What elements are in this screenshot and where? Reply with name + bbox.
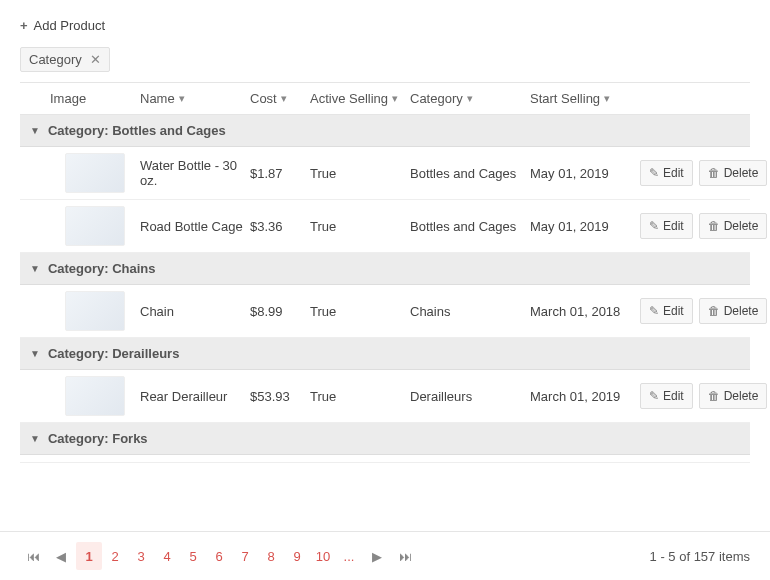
cell-active: True (310, 389, 410, 404)
pager-page[interactable]: 8 (258, 542, 284, 570)
product-image-cell (50, 376, 140, 416)
col-active[interactable]: Active Selling▾ (310, 91, 410, 106)
close-icon[interactable]: ✕ (90, 52, 101, 67)
delete-button[interactable]: 🗑Delete (699, 383, 768, 409)
cell-start: March 01, 2018 (530, 304, 640, 319)
toolbar: + Add Product (20, 10, 750, 41)
pager-next-icon[interactable]: ▶ (364, 542, 390, 570)
pager-page[interactable]: 10 (310, 542, 336, 570)
group-header-label: Category: Derailleurs (48, 346, 180, 361)
group-header-label: Category: Forks (48, 431, 148, 446)
cell-category: Derailleurs (410, 389, 530, 404)
pager-prev-icon[interactable]: ◀ (48, 542, 74, 570)
data-grid: Image Name▾ Cost▾ Active Selling▾ Catego… (20, 82, 750, 463)
filter-icon[interactable]: ▾ (392, 92, 398, 105)
edit-button[interactable]: ✎Edit (640, 383, 693, 409)
pager-page[interactable]: 5 (180, 542, 206, 570)
product-image-cell (50, 153, 140, 193)
product-image (65, 291, 125, 331)
pager-page[interactable]: 4 (154, 542, 180, 570)
product-image-cell (50, 291, 140, 331)
cell-category: Bottles and Cages (410, 166, 530, 181)
cell-name: Rear Derailleur (140, 389, 250, 404)
filter-icon[interactable]: ▾ (467, 92, 473, 105)
row-actions: ✎Edit🗑Delete (640, 298, 770, 324)
group-header[interactable]: ▼Category: Chains (20, 253, 750, 285)
group-header[interactable]: ▼Category: Bottles and Cages (20, 115, 750, 147)
row-actions: ✎Edit🗑Delete (640, 383, 770, 409)
edit-button[interactable]: ✎Edit (640, 213, 693, 239)
pencil-icon: ✎ (649, 166, 659, 180)
pager-status: 1 - 5 of 157 items (650, 549, 750, 564)
group-header-label: Category: Bottles and Cages (48, 123, 226, 138)
trash-icon: 🗑 (708, 219, 720, 233)
filter-icon[interactable]: ▾ (281, 92, 287, 105)
cell-name: Chain (140, 304, 250, 319)
delete-button[interactable]: 🗑Delete (699, 213, 768, 239)
row-actions: ✎Edit🗑Delete (640, 160, 770, 186)
plus-icon: + (20, 18, 28, 33)
group-chips: Category ✕ (20, 41, 750, 82)
pager-page[interactable]: 2 (102, 542, 128, 570)
pager-page[interactable]: 6 (206, 542, 232, 570)
chevron-down-icon: ▼ (30, 433, 40, 444)
pager-page[interactable]: 3 (128, 542, 154, 570)
cell-start: March 01, 2019 (530, 389, 640, 404)
table-row: Rear Derailleur$53.93TrueDerailleursMarc… (20, 370, 750, 423)
cell-active: True (310, 166, 410, 181)
group-header[interactable]: ▼Category: Derailleurs (20, 338, 750, 370)
table-row: Road Bottle Cage$3.36TrueBottles and Cag… (20, 200, 750, 253)
column-header-row: Image Name▾ Cost▾ Active Selling▾ Catego… (20, 83, 750, 115)
cell-cost: $53.93 (250, 389, 310, 404)
delete-button[interactable]: 🗑Delete (699, 160, 768, 186)
pager-page[interactable]: 7 (232, 542, 258, 570)
row-actions: ✎Edit🗑Delete (640, 213, 770, 239)
edit-button[interactable]: ✎Edit (640, 160, 693, 186)
chevron-down-icon: ▼ (30, 348, 40, 359)
chevron-down-icon: ▼ (30, 125, 40, 136)
product-image (65, 206, 125, 246)
pager: ⏮ ◀ 12345678910... ▶ ⏭ 1 - 5 of 157 item… (0, 531, 770, 580)
cell-active: True (310, 219, 410, 234)
trash-icon: 🗑 (708, 304, 720, 318)
chevron-down-icon: ▼ (30, 263, 40, 274)
pager-last-icon[interactable]: ⏭ (392, 542, 418, 570)
cell-cost: $8.99 (250, 304, 310, 319)
edit-button[interactable]: ✎Edit (640, 298, 693, 324)
add-product-label: Add Product (34, 18, 106, 33)
pager-page[interactable]: ... (336, 542, 362, 570)
product-image (65, 153, 125, 193)
pencil-icon: ✎ (649, 304, 659, 318)
group-header[interactable]: ▼Category: Forks (20, 423, 750, 455)
product-image (65, 376, 125, 416)
trash-icon: 🗑 (708, 166, 720, 180)
pager-first-icon[interactable]: ⏮ (20, 542, 46, 570)
pencil-icon: ✎ (649, 389, 659, 403)
pager-buttons: ⏮ ◀ 12345678910... ▶ ⏭ (20, 542, 418, 570)
filter-icon[interactable]: ▾ (179, 92, 185, 105)
cell-cost: $1.87 (250, 166, 310, 181)
table-row: Water Bottle - 30 oz.$1.87TrueBottles an… (20, 147, 750, 200)
product-image-cell (50, 206, 140, 246)
pager-page[interactable]: 9 (284, 542, 310, 570)
cell-name: Road Bottle Cage (140, 219, 250, 234)
col-start[interactable]: Start Selling▾ (530, 91, 640, 106)
group-header-label: Category: Chains (48, 261, 156, 276)
cell-start: May 01, 2019 (530, 219, 640, 234)
col-cost[interactable]: Cost▾ (250, 91, 310, 106)
pencil-icon: ✎ (649, 219, 659, 233)
col-name[interactable]: Name▾ (140, 91, 250, 106)
filter-icon[interactable]: ▾ (604, 92, 610, 105)
cell-cost: $3.36 (250, 219, 310, 234)
pager-page[interactable]: 1 (76, 542, 102, 570)
cell-name: Water Bottle - 30 oz. (140, 158, 250, 188)
cell-category: Bottles and Cages (410, 219, 530, 234)
chip-label: Category (29, 52, 82, 67)
group-chip-category[interactable]: Category ✕ (20, 47, 110, 72)
add-product-button[interactable]: + Add Product (20, 18, 105, 33)
cell-category: Chains (410, 304, 530, 319)
col-category[interactable]: Category▾ (410, 91, 530, 106)
col-image[interactable]: Image (50, 91, 140, 106)
delete-button[interactable]: 🗑Delete (699, 298, 768, 324)
cell-start: May 01, 2019 (530, 166, 640, 181)
